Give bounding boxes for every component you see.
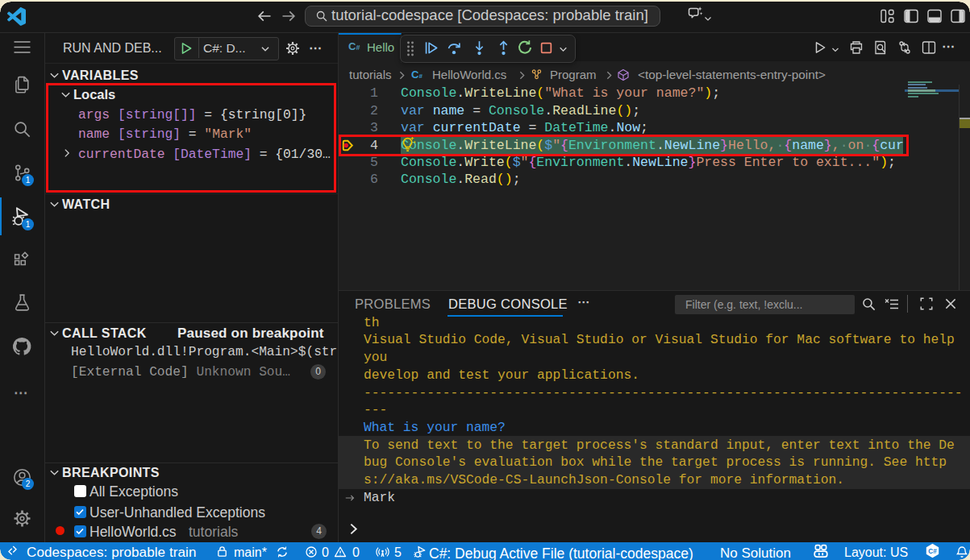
svg-text:C#: C# <box>928 548 937 555</box>
